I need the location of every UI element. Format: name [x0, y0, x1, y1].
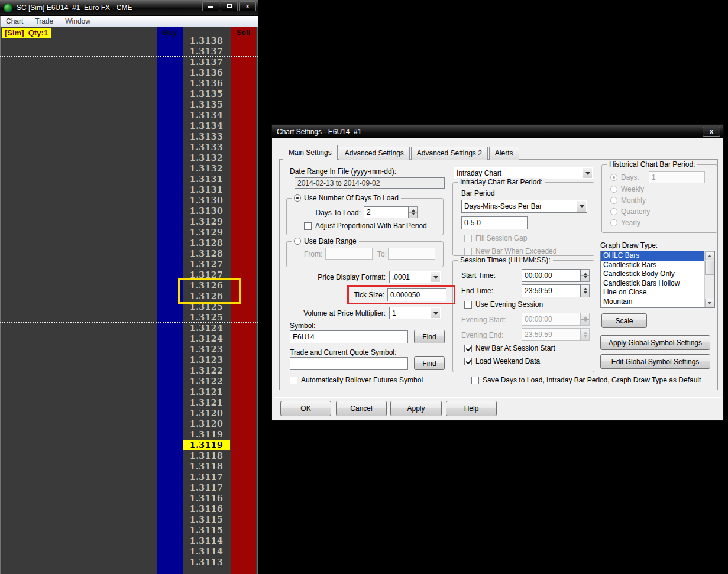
end-time-spinner[interactable]	[581, 284, 590, 297]
price-row[interactable]: 1.3137	[183, 57, 230, 67]
use-days-radio[interactable]	[294, 194, 301, 202]
price-row[interactable]: 1.3120	[183, 408, 230, 419]
use-date-range-radio[interactable]	[294, 238, 301, 245]
price-row[interactable]: 1.3133	[183, 142, 230, 153]
price-row[interactable]: 1.3127	[183, 259, 230, 270]
price-row[interactable]: 1.3118	[183, 450, 230, 461]
auto-rollover-checkbox-row[interactable]: Automatically Rollover Futures Symbol	[290, 376, 423, 384]
chart-type-dropdown[interactable]: Intraday Chart	[454, 167, 593, 179]
price-row[interactable]: 1.3123	[183, 355, 230, 365]
tab-main-settings[interactable]: Main Settings	[283, 145, 338, 160]
save-defaults-row[interactable]: Save Days to Load, Intraday Bar Period, …	[471, 376, 701, 384]
price-row[interactable]: 1.3115	[183, 514, 230, 525]
from-input[interactable]	[325, 248, 373, 260]
weekly-radio-row[interactable]: Weekly	[610, 185, 644, 193]
save-defaults-checkbox[interactable]	[471, 377, 479, 384]
graph-draw-type-option[interactable]: Candlestick Body Only	[601, 270, 704, 279]
tab-advanced-settings-2[interactable]: Advanced Settings 2	[411, 147, 488, 160]
price-row[interactable]: 1.3137	[183, 46, 230, 57]
price-row[interactable]: 1.3135	[183, 99, 230, 110]
price-row[interactable]: 1.3118	[183, 461, 230, 472]
price-display-format-dropdown[interactable]: .0001	[389, 271, 441, 283]
price-row[interactable]: 1.3135	[183, 89, 230, 99]
edit-global-symbol-settings-button[interactable]: Edit Global Symbol Settings	[600, 354, 710, 369]
monthly-radio[interactable]	[610, 197, 617, 204]
new-bar-session-start-row[interactable]: New Bar At Session Start	[464, 344, 555, 352]
quarterly-radio-row[interactable]: Quarterly	[610, 207, 650, 216]
volume-multiplier-dropdown[interactable]: 1	[389, 307, 441, 319]
menu-item-window[interactable]: Window	[59, 16, 96, 27]
price-row[interactable]: 1.3119	[183, 429, 230, 440]
start-time-input[interactable]: 00:00:00	[522, 269, 581, 282]
dialog-titlebar[interactable]: Chart Settings - E6U14 #1 x	[272, 125, 723, 138]
price-row[interactable]: 1.3128	[183, 248, 230, 259]
trade-symbol-find-button[interactable]: Find	[414, 356, 445, 370]
price-row[interactable]: 1.3133	[183, 131, 230, 142]
help-button[interactable]: Help	[446, 401, 497, 416]
listbox-scrollbar[interactable]	[704, 251, 714, 307]
graph-draw-type-option[interactable]: OHLC Bars	[601, 251, 704, 261]
menu-item-trade[interactable]: Trade	[29, 16, 59, 27]
historical-days-input[interactable]: 1	[649, 171, 705, 183]
tab-advanced-settings[interactable]: Advanced Settings	[339, 147, 410, 160]
price-row[interactable]: 1.3132	[183, 163, 230, 174]
new-bar-exceeded-checkbox[interactable]	[464, 248, 472, 255]
price-row[interactable]: 1.3121	[183, 387, 230, 397]
symbol-find-button[interactable]: Find	[414, 330, 445, 343]
bar-period-custom-input[interactable]: 0-5-0	[461, 216, 528, 229]
price-row[interactable]: 1.3138	[183, 35, 230, 46]
price-row[interactable]: 1.3132	[183, 153, 230, 163]
price-row[interactable]: 1.3136	[183, 67, 230, 78]
minimize-button[interactable]	[202, 1, 219, 11]
price-row[interactable]: 1.3131	[183, 174, 230, 184]
graph-draw-type-option[interactable]: Candlestick Bars Hollow	[601, 279, 704, 288]
graph-draw-type-option[interactable]: Line on Close	[601, 288, 704, 297]
load-weekend-data-row[interactable]: Load Weekend Data	[464, 357, 540, 365]
apply-button[interactable]: Apply	[390, 401, 442, 416]
price-row[interactable]: 1.3122	[183, 365, 230, 376]
dropdown-arrow-icon[interactable]	[577, 201, 586, 212]
days-radio[interactable]	[610, 174, 617, 181]
cancel-button[interactable]: Cancel	[336, 401, 387, 416]
price-row[interactable]: 1.3125	[183, 312, 230, 323]
scroll-up-icon[interactable]	[705, 251, 714, 260]
new-bar-session-start-checkbox[interactable]	[464, 345, 472, 352]
use-evening-session-checkbox[interactable]	[464, 301, 472, 309]
price-row[interactable]: 1.3121	[183, 397, 230, 408]
dropdown-arrow-icon[interactable]	[431, 308, 440, 318]
to-input[interactable]	[388, 248, 435, 260]
price-row[interactable]: 1.3116	[183, 504, 230, 514]
price-row[interactable]: 1.3124	[183, 323, 230, 333]
scrollbar-thumb[interactable]	[705, 261, 714, 275]
scroll-down-icon[interactable]	[705, 299, 714, 307]
adjust-proportional-checkbox[interactable]	[304, 222, 312, 230]
evening-start-input[interactable]: 00:00:00	[522, 313, 581, 326]
price-row[interactable]: 1.3114	[183, 546, 230, 557]
evening-end-input[interactable]: 23:59:59	[522, 328, 581, 341]
yearly-radio[interactable]	[610, 219, 617, 226]
start-time-spinner[interactable]	[581, 269, 590, 282]
dropdown-arrow-icon[interactable]	[583, 168, 592, 178]
load-weekend-data-checkbox[interactable]	[464, 358, 472, 365]
dialog-close-button[interactable]: x	[703, 127, 720, 137]
price-row[interactable]: 1.3130	[183, 206, 230, 216]
tab-alerts[interactable]: Alerts	[489, 147, 519, 160]
fill-session-gap-checkbox[interactable]	[464, 235, 472, 242]
price-row[interactable]: 1.3117	[183, 472, 230, 482]
adjust-proportional-checkbox-row[interactable]: Adjust Proportional With Bar Period	[304, 222, 427, 230]
price-row[interactable]: 1.3128	[183, 238, 230, 248]
use-evening-session-row[interactable]: Use Evening Session	[464, 300, 543, 309]
price-row[interactable]: 1.3134	[183, 110, 230, 121]
weekly-radio[interactable]	[610, 186, 617, 193]
auto-rollover-checkbox[interactable]	[290, 377, 297, 384]
trade-symbol-input[interactable]	[290, 357, 408, 370]
apply-global-symbol-settings-button[interactable]: Apply Global Symbol Settings	[600, 335, 710, 350]
price-row[interactable]: 1.3120	[183, 419, 230, 429]
price-row[interactable]: 1.3116	[183, 493, 230, 504]
monthly-radio-row[interactable]: Monthly	[610, 196, 646, 205]
quarterly-radio[interactable]	[610, 208, 617, 215]
maximize-button[interactable]	[221, 1, 238, 11]
dropdown-arrow-icon[interactable]	[431, 272, 440, 282]
symbol-input[interactable]: E6U14	[290, 330, 408, 343]
price-row[interactable]: 1.3114	[183, 536, 230, 546]
